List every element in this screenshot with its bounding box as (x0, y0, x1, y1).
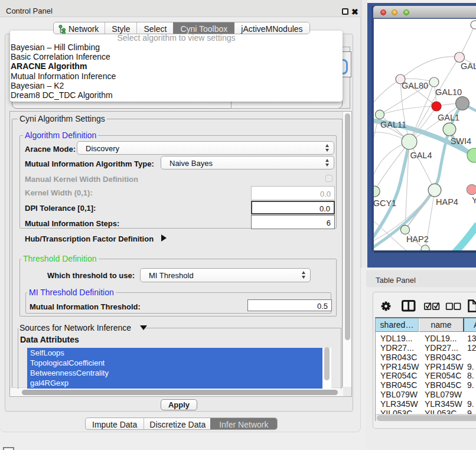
svg-text:GCY1: GCY1 (374, 198, 396, 208)
svg-text:Y: Y (472, 195, 476, 205)
svg-text:GAL: GAL (461, 61, 476, 71)
svg-text:HAP2: HAP2 (406, 234, 429, 244)
svg-text:GAL80: GAL80 (402, 81, 428, 90)
svg-text:GAL10: GAL10 (435, 87, 462, 97)
svg-text:GAL1: GAL1 (438, 113, 459, 122)
svg-text:SWI4: SWI4 (451, 136, 471, 146)
svg-text:HAP4: HAP4 (436, 197, 458, 207)
svg-text:GAL4: GAL4 (410, 151, 432, 160)
svg-text:GAL11: GAL11 (380, 120, 406, 129)
